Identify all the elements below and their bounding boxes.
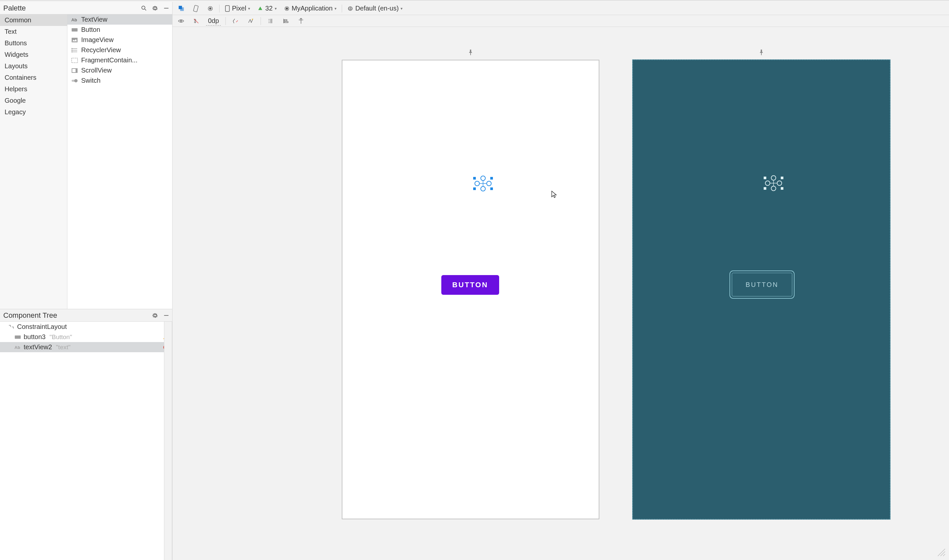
tree-row-secondary: "text" [56, 344, 70, 351]
blueprint-device[interactable]: BUTTON [633, 60, 890, 519]
button-icon [14, 334, 21, 340]
svg-rect-63 [781, 177, 783, 179]
svg-point-9 [72, 48, 72, 49]
widget-label: ScrollView [81, 67, 112, 74]
palette-widget-switch[interactable]: Switch [67, 75, 172, 86]
search-icon[interactable] [140, 5, 147, 11]
textview-selection-design[interactable] [471, 174, 484, 186]
chevron-down-icon: ▾ [275, 6, 277, 11]
chevron-down-icon: ▾ [401, 6, 403, 11]
palette-widget-textview[interactable]: AbTextView [67, 14, 172, 25]
palette-panel: Palette CommonTextButtonsWi [0, 2, 173, 309]
palette-category-legacy[interactable]: Legacy [0, 106, 67, 118]
infer-constraints-icon[interactable] [245, 17, 256, 25]
design-device-wrapper: BUTTON [342, 60, 599, 519]
orientation-icon[interactable] [190, 4, 201, 13]
widget-label: Button [81, 26, 100, 34]
svg-point-37 [252, 19, 253, 20]
palette-widget-imageview[interactable]: ImageView [67, 35, 172, 45]
blueprint-device-wrapper: BUTTON [633, 60, 890, 519]
fragment-icon [71, 57, 78, 64]
resize-handle-icon[interactable] [936, 547, 946, 557]
palette-widget-scrollview[interactable]: ScrollView [67, 65, 172, 75]
minimize-icon[interactable] [163, 312, 170, 319]
locale-selector[interactable]: Default (en-us) ▾ [346, 4, 404, 13]
tree-row-textview2[interactable]: AbtextView2"text" [0, 342, 172, 352]
default-margins-button[interactable]: 0dp [206, 16, 221, 26]
button-blueprint-preview[interactable]: BUTTON [732, 273, 792, 296]
view-options-icon[interactable] [176, 17, 186, 25]
minimize-icon[interactable] [163, 5, 170, 11]
palette-category-google[interactable]: Google [0, 95, 67, 106]
svg-point-0 [142, 6, 145, 9]
svg-point-50 [487, 181, 491, 186]
svg-line-36 [236, 20, 238, 22]
api-selector[interactable]: 32 ▾ [255, 4, 278, 13]
api-label: 32 [265, 5, 272, 12]
theme-selector[interactable]: MyApplication ▾ [282, 4, 339, 13]
palette-category-widgets[interactable]: Widgets [0, 49, 67, 60]
svg-rect-28 [225, 6, 229, 11]
locale-label: Default (en-us) [355, 5, 398, 12]
svg-rect-25 [193, 5, 198, 12]
svg-point-58 [771, 175, 776, 180]
svg-point-61 [771, 186, 776, 191]
palette-category-text[interactable]: Text [0, 26, 67, 37]
svg-rect-14 [72, 69, 76, 72]
svg-rect-52 [473, 177, 476, 180]
device-label: Pixel [232, 5, 246, 12]
tree-row-constraintlayout[interactable]: ConstraintLayout [0, 322, 172, 332]
design-device[interactable]: BUTTON [342, 60, 599, 519]
tree-row-secondary: "Button" [49, 334, 72, 341]
svg-rect-18 [15, 335, 21, 339]
design-surface-mode-icon[interactable] [176, 4, 187, 13]
svg-rect-65 [781, 187, 783, 190]
widget-label: ImageView [81, 36, 114, 44]
palette-widget-recyclerview[interactable]: RecyclerView [67, 45, 172, 55]
night-mode-icon[interactable] [205, 4, 216, 13]
textview-icon: Ab [71, 16, 78, 23]
pack-icon[interactable] [265, 17, 276, 25]
svg-point-60 [777, 181, 782, 185]
palette-widget-fragment[interactable]: FragmentContain... [67, 55, 172, 65]
autoconnect-icon[interactable] [191, 17, 201, 25]
svg-rect-53 [490, 177, 493, 180]
svg-rect-62 [764, 177, 766, 179]
device-selector[interactable]: Pixel ▾ [223, 4, 252, 13]
scrollbar[interactable] [164, 322, 172, 560]
textview-selection-blueprint[interactable] [762, 173, 774, 186]
design-canvas[interactable]: BUTTON [173, 27, 949, 560]
tree-row-label: ConstraintLayout [17, 323, 67, 331]
gear-icon[interactable] [152, 312, 158, 319]
svg-rect-4 [72, 28, 77, 32]
svg-point-30 [286, 8, 288, 9]
palette-category-common[interactable]: Common [0, 14, 67, 26]
margin-label: 0dp [208, 17, 219, 25]
palette-category-layouts[interactable]: Layouts [0, 60, 67, 72]
svg-rect-5 [72, 38, 77, 42]
palette-widget-button[interactable]: Button [67, 25, 172, 35]
guidelines-icon[interactable] [296, 17, 306, 25]
tree-row-button3[interactable]: button3"Button" [0, 332, 172, 342]
tree-row-label: textView2 [24, 343, 52, 351]
svg-text:Ab: Ab [14, 345, 20, 350]
gear-icon[interactable] [152, 5, 158, 11]
svg-line-35 [194, 19, 198, 23]
button-design-preview[interactable]: BUTTON [441, 275, 499, 295]
palette-category-helpers[interactable]: Helpers [0, 83, 67, 95]
widget-label: Switch [81, 77, 100, 85]
svg-point-27 [209, 8, 211, 9]
svg-point-34 [181, 20, 182, 22]
svg-line-69 [940, 551, 945, 556]
palette-category-list: CommonTextButtonsWidgetsLayoutsContainer… [0, 14, 67, 309]
clear-constraints-icon[interactable] [230, 17, 241, 25]
component-tree-title: Component Tree [3, 311, 152, 320]
constraintlayout-icon [8, 324, 14, 330]
textview-icon: Ab [14, 344, 21, 351]
palette-category-buttons[interactable]: Buttons [0, 37, 67, 49]
align-icon[interactable] [281, 17, 291, 25]
pin-icon [759, 49, 764, 57]
palette-category-containers[interactable]: Containers [0, 72, 67, 83]
design-area: Pixel ▾ 32 ▾ MyApplication ▾ Default (en… [173, 2, 949, 560]
svg-rect-45 [284, 22, 288, 22]
